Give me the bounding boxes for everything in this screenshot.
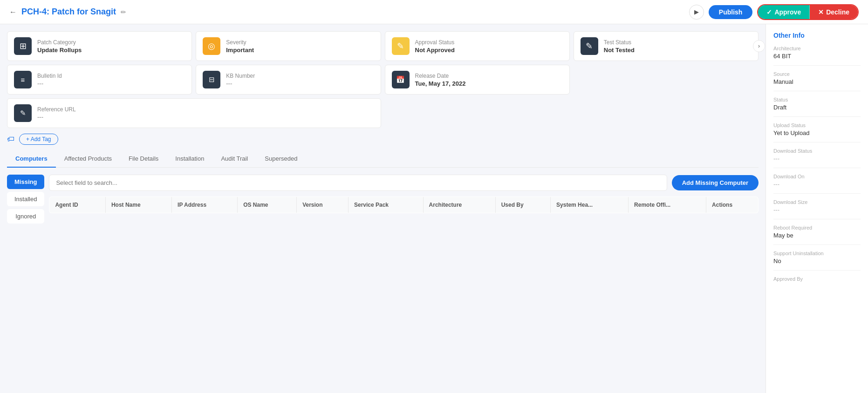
col-system-health: System Hea... [551,197,629,213]
tag-icon: 🏷 [7,135,14,143]
sidebar-status-label: Status [773,97,861,102]
decline-button[interactable]: ✕ Decline [810,5,858,19]
sidebar-field-architecture: Architecture 64 BIT [773,46,861,66]
x-icon: ✕ [818,8,824,16]
header-right: ▶ Publish ✓ Approve ✕ Decline [689,4,859,20]
test-status-card: ✎ Test Status Not Tested [574,31,759,61]
computers-sidebar: Missing Installed Ignored [7,175,44,224]
sidebar-status-value: Draft [773,104,861,111]
sidebar-architecture-value: 64 BIT [773,53,861,60]
publish-button[interactable]: Publish [709,5,753,19]
patch-category-icon: ⊞ [14,37,32,55]
sidebar-approved-by-label: Approved By [773,276,861,282]
reference-url-icon: ✎ [14,104,32,122]
main-layout: ⊞ Patch Category Update Rollups ◎ Severi… [0,24,868,393]
test-status-label: Test Status [604,39,635,46]
decline-label: Decline [826,8,849,16]
add-tag-button[interactable]: + Add Tag [19,134,58,145]
bulletin-id-card: ≡ Bulletin Id --- [7,65,192,95]
approval-status-value: Not Approved [415,47,455,54]
patch-category-value: Update Rollups [37,47,82,54]
release-date-value: Tue, May 17, 2022 [415,80,466,87]
tab-superseded[interactable]: Superseded [256,150,306,168]
sidebar-field-upload-status: Upload Status Yet to Upload [773,122,861,142]
tab-audit-trail[interactable]: Audit Trail [212,150,256,168]
bulletin-id-icon: ≡ [14,71,32,88]
sidebar-download-status-value: --- [773,155,861,162]
chevron-right-button[interactable]: › [753,40,765,52]
pencil-icon: ✏ [121,8,126,16]
header-left: ← PCH-4: Patch for Snagit ✏ [9,7,126,17]
severity-card: ◎ Severity Important [196,31,381,61]
sidebar-title: Other Info [773,32,861,39]
test-status-value: Not Tested [604,47,635,54]
filter-missing-button[interactable]: Missing [7,175,44,189]
col-service-pack: Service Pack [348,197,423,213]
kb-number-value: --- [226,80,255,87]
sidebar-upload-status-label: Upload Status [773,122,861,128]
sidebar-source-value: Manual [773,78,861,85]
sidebar-download-on-label: Download On [773,174,861,179]
sidebar-support-uninstallation-value: No [773,257,861,264]
filter-ignored-button[interactable]: Ignored [7,209,44,224]
bulletin-id-value: --- [37,80,62,87]
sidebar-download-status-label: Download Status [773,148,861,154]
col-host-name: Host Name [105,197,171,213]
release-date-icon: 📅 [392,71,410,88]
sidebar-architecture-label: Architecture [773,46,861,51]
col-remote-office: Remote Offi... [629,197,706,213]
back-button[interactable]: ← [9,8,17,16]
sidebar-field-support-uninstallation: Support Uninstallation No [773,251,861,271]
approve-label: Approve [774,8,801,16]
info-cards-row1: ⊞ Patch Category Update Rollups ◎ Severi… [7,31,759,61]
computers-section: Missing Installed Ignored Add Missing Co… [7,168,759,224]
page-title: PCH-4: Patch for Snagit [21,7,116,17]
col-agent-id: Agent ID [49,197,106,213]
approval-status-label: Approval Status [415,39,455,46]
sidebar-download-on-value: --- [773,181,861,188]
test-status-icon: ✎ [581,37,598,55]
sidebar-download-size-value: --- [773,206,861,213]
computers-main: Add Missing Computer Agent ID Host Name … [49,175,759,224]
filter-installed-button[interactable]: Installed [7,192,44,206]
release-date-label: Release Date [415,73,466,79]
approve-decline-group: ✓ Approve ✕ Decline [757,4,859,20]
patch-category-label: Patch Category [37,39,82,46]
sidebar-download-size-label: Download Size [773,199,861,205]
sidebar-upload-status-value: Yet to Upload [773,129,861,136]
col-used-by: Used By [495,197,550,213]
kb-number-label: KB Number [226,73,255,79]
sidebar-field-reboot-required: Reboot Required May be [773,225,861,245]
tabs: Computers Affected Products File Details… [7,150,759,168]
header: ← PCH-4: Patch for Snagit ✏ ▶ Publish ✓ … [0,0,868,24]
nav-icon-button[interactable]: ▶ [689,5,704,20]
tab-computers[interactable]: Computers [7,150,56,168]
tag-row: 🏷 + Add Tag [7,134,759,145]
right-sidebar: Other Info Architecture 64 BIT Source Ma… [765,24,868,393]
col-version: Version [297,197,349,213]
approve-button[interactable]: ✓ Approve [758,5,810,19]
nav-arrow-icon: ▶ [694,8,699,15]
tab-file-details[interactable]: File Details [120,150,167,168]
reference-url-card: ✎ Reference URL --- [7,98,381,128]
sidebar-field-download-on: Download On --- [773,174,861,194]
add-missing-computer-button[interactable]: Add Missing Computer [672,175,759,190]
edit-button[interactable]: ✏ [121,8,126,16]
search-input[interactable] [49,175,667,191]
severity-label: Severity [226,39,254,46]
content-area: ⊞ Patch Category Update Rollups ◎ Severi… [0,24,765,393]
col-ip-address: IP Address [172,197,238,213]
sidebar-field-approved-by: Approved By [773,276,861,289]
computers-table: Agent ID Host Name IP Address OS Name Ve… [49,196,759,213]
sidebar-field-download-status: Download Status --- [773,148,861,168]
severity-value: Important [226,47,254,54]
tab-installation[interactable]: Installation [167,150,212,168]
sidebar-field-status: Status Draft [773,97,861,117]
checkmark-icon: ✓ [766,8,772,16]
release-date-card: 📅 Release Date Tue, May 17, 2022 [385,65,570,95]
kb-number-icon: ⊟ [203,71,220,88]
sidebar-reboot-required-label: Reboot Required [773,225,861,230]
patch-category-card: ⊞ Patch Category Update Rollups [7,31,192,61]
reference-url-label: Reference URL [37,106,76,113]
tab-affected-products[interactable]: Affected Products [56,150,120,168]
